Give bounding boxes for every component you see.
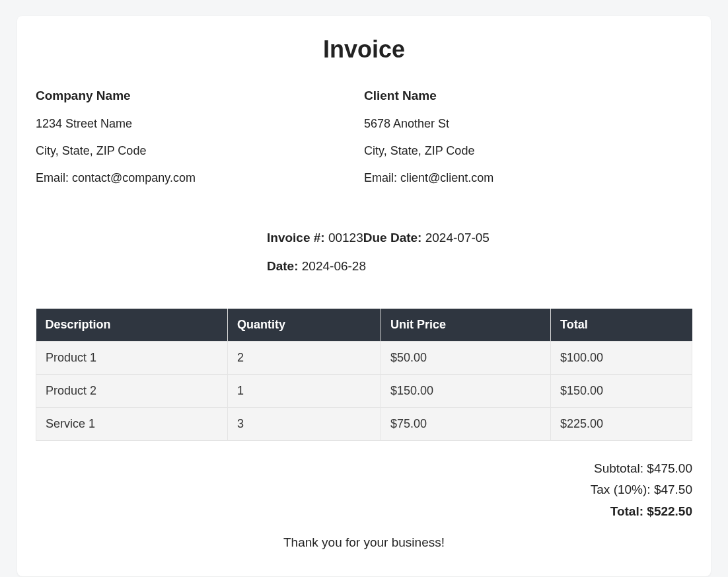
thank-you-message: Thank you for your business! bbox=[36, 535, 692, 550]
cell-unit-price: $75.00 bbox=[381, 408, 551, 441]
cell-total: $225.00 bbox=[551, 408, 692, 441]
cell-description: Product 1 bbox=[36, 342, 228, 375]
client-city: City, State, ZIP Code bbox=[364, 143, 692, 159]
cell-description: Service 1 bbox=[36, 408, 228, 441]
cell-quantity: 3 bbox=[228, 408, 381, 441]
table-row: Product 1 2 $50.00 $100.00 bbox=[36, 342, 692, 375]
line-items-table: Description Quantity Unit Price Total Pr… bbox=[36, 309, 692, 441]
due-date-label: Due Date: bbox=[363, 231, 425, 245]
table-row: Service 1 3 $75.00 $225.00 bbox=[36, 408, 692, 441]
company-block: Company Name 1234 Street Name City, Stat… bbox=[36, 87, 364, 197]
date-value: 2024-06-28 bbox=[302, 259, 366, 273]
totals-block: Subtotal: $475.00 Tax (10%): $47.50 Tota… bbox=[36, 458, 692, 522]
date-label: Date: bbox=[267, 259, 302, 273]
cell-unit-price: $50.00 bbox=[381, 342, 551, 375]
cell-quantity: 2 bbox=[228, 342, 381, 375]
cell-description: Product 2 bbox=[36, 375, 228, 408]
due-date-value: 2024-07-05 bbox=[425, 231, 490, 245]
company-city: City, State, ZIP Code bbox=[36, 143, 364, 159]
client-block: Client Name 5678 Another St City, State,… bbox=[364, 87, 692, 197]
th-total: Total bbox=[551, 309, 692, 342]
subtotal-line: Subtotal: $475.00 bbox=[36, 458, 692, 479]
cell-quantity: 1 bbox=[228, 375, 381, 408]
client-name: Client Name bbox=[364, 87, 692, 105]
th-quantity: Quantity bbox=[228, 309, 381, 342]
th-description: Description bbox=[36, 309, 228, 342]
invoice-meta: Invoice #: 00123Due Date: 2024-07-05 Dat… bbox=[267, 229, 692, 276]
th-unit-price: Unit Price bbox=[381, 309, 551, 342]
invoice-number-label: Invoice #: bbox=[267, 231, 328, 245]
table-row: Product 2 1 $150.00 $150.00 bbox=[36, 375, 692, 408]
cell-unit-price: $150.00 bbox=[381, 375, 551, 408]
company-email: Email: contact@company.com bbox=[36, 170, 364, 186]
client-email: Email: client@client.com bbox=[364, 170, 692, 186]
company-name: Company Name bbox=[36, 87, 364, 105]
client-street: 5678 Another St bbox=[364, 116, 692, 132]
invoice-number-value: 00123 bbox=[328, 231, 363, 245]
meta-row-2: Date: 2024-06-28 bbox=[267, 257, 692, 276]
tax-line: Tax (10%): $47.50 bbox=[36, 479, 692, 500]
cell-total: $150.00 bbox=[551, 375, 692, 408]
meta-row-1: Invoice #: 00123Due Date: 2024-07-05 bbox=[267, 229, 692, 248]
company-street: 1234 Street Name bbox=[36, 116, 364, 132]
page-title: Invoice bbox=[36, 36, 692, 63]
grand-total-line: Total: $522.50 bbox=[36, 501, 692, 522]
invoice-card: Invoice Company Name 1234 Street Name Ci… bbox=[17, 16, 711, 576]
table-header-row: Description Quantity Unit Price Total bbox=[36, 309, 692, 342]
parties-row: Company Name 1234 Street Name City, Stat… bbox=[36, 87, 692, 197]
cell-total: $100.00 bbox=[551, 342, 692, 375]
